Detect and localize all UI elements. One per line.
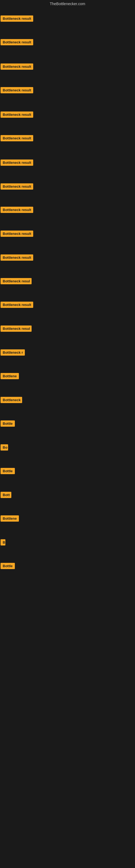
bottleneck-result-badge[interactable]: Bottleneck resul: [1, 326, 32, 332]
bottleneck-result-badge[interactable]: Bo: [1, 444, 8, 451]
bottleneck-result-badge[interactable]: Bottleneck result: [1, 254, 33, 261]
bottleneck-result-badge[interactable]: Bottleneck result: [1, 302, 33, 308]
bottleneck-result-badge[interactable]: Bottle: [1, 468, 15, 474]
bottleneck-result-badge[interactable]: Bottleneck result: [1, 230, 33, 237]
bottleneck-result-badge[interactable]: Bottle: [1, 421, 15, 427]
bottleneck-result-badge[interactable]: Bottleneck result: [1, 63, 33, 70]
bottleneck-result-badge[interactable]: Bottleneck result: [1, 135, 33, 141]
bottleneck-result-badge[interactable]: Bottleneck result: [1, 159, 33, 166]
bottleneck-result-badge[interactable]: Bottle: [1, 563, 15, 569]
bottleneck-result-badge[interactable]: Bottleneck result: [1, 183, 33, 190]
bottleneck-result-badge[interactable]: Bottleneck result: [1, 39, 33, 45]
bottleneck-result-badge[interactable]: Bottleneck resul: [1, 278, 32, 284]
bottleneck-result-badge[interactable]: Bottlene: [1, 516, 19, 522]
bottleneck-result-badge[interactable]: Bottlene: [1, 373, 19, 379]
bottleneck-result-badge[interactable]: Bottleneck r: [1, 349, 25, 355]
bottleneck-result-badge[interactable]: Bottleneck result: [1, 16, 33, 22]
bottleneck-result-badge[interactable]: Bott: [1, 492, 11, 498]
bottleneck-result-badge[interactable]: Bottleneck result: [1, 87, 33, 93]
bottleneck-result-badge[interactable]: Bottleneck: [1, 397, 22, 403]
bottleneck-result-badge[interactable]: Bottleneck result: [1, 207, 33, 213]
bottleneck-result-badge[interactable]: B: [1, 539, 5, 546]
bottleneck-result-badge[interactable]: Bottleneck result: [1, 112, 33, 118]
site-title: TheBottlenecker.com: [0, 0, 135, 8]
